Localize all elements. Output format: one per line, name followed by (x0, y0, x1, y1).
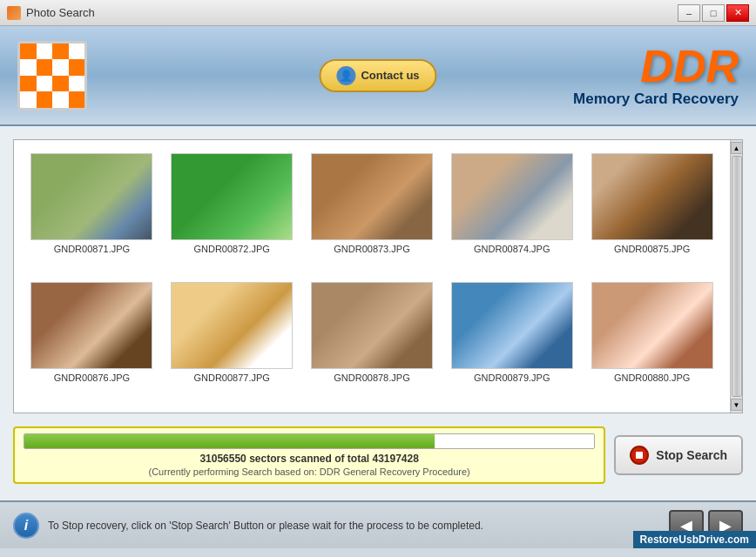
brand-section: DDR Memory Card Recovery (573, 44, 739, 108)
photo-thumb-inner (31, 154, 152, 239)
contact-icon: 👤 (336, 66, 355, 85)
photo-thumb-inner (172, 283, 292, 368)
photo-item-gndr00878[interactable]: GNDR00878.JPG (307, 282, 437, 400)
photo-thumb-gndr00874 (451, 153, 573, 240)
photo-thumb-inner (172, 154, 292, 239)
main-content: GNDR00871.JPGGNDR00872.JPGGNDR00873.JPGG… (0, 126, 756, 500)
photo-item-gndr00871[interactable]: GNDR00871.JPG (27, 153, 157, 272)
title-bar-left: Photo Search (7, 6, 95, 20)
brand-subtitle: Memory Card Recovery (573, 91, 739, 108)
progress-bar-container (24, 433, 595, 449)
photo-thumb-gndr00877 (171, 282, 293, 369)
footer-text: To Stop recovery, click on 'Stop Search'… (48, 520, 483, 532)
maximize-button[interactable]: □ (702, 4, 725, 22)
photo-thumb-gndr00871 (30, 153, 152, 240)
info-icon: i (13, 513, 39, 539)
progress-sectors-text: 31056550 sectors scanned of total 431974… (24, 453, 595, 465)
photo-item-gndr00877[interactable]: GNDR00877.JPG (167, 282, 297, 400)
photo-thumb-gndr00873 (311, 153, 433, 240)
photo-name: GNDR00873.JPG (334, 244, 409, 254)
progress-bar-fill (24, 434, 435, 448)
photo-thumb-inner (452, 283, 572, 368)
scroll-down-button[interactable]: ▼ (731, 399, 743, 411)
stop-search-button[interactable]: Stop Search (614, 435, 743, 475)
photo-thumb-inner (312, 154, 432, 239)
scroll-up-button[interactable]: ▲ (731, 142, 743, 154)
photo-name: GNDR00876.JPG (54, 372, 130, 383)
photo-name: GNDR00874.JPG (474, 244, 550, 254)
photo-thumb-gndr00875 (591, 153, 713, 240)
app-logo (17, 41, 87, 111)
photo-item-gndr00875[interactable]: GNDR00875.JPG (587, 153, 717, 272)
header: 👤 Contact us DDR Memory Card Recovery (0, 26, 756, 126)
photo-thumb-inner (312, 283, 432, 368)
footer: i To Stop recovery, click on 'Stop Searc… (0, 500, 756, 548)
photo-thumb-inner (31, 283, 152, 368)
photo-thumb-gndr00872 (171, 153, 293, 240)
photo-grid: GNDR00871.JPGGNDR00872.JPGGNDR00873.JPGG… (14, 140, 730, 413)
photo-name: GNDR00879.JPG (474, 372, 550, 383)
title-text: Photo Search (26, 6, 95, 19)
progress-info: 31056550 sectors scanned of total 431974… (13, 426, 605, 484)
app-icon (7, 6, 21, 20)
close-button[interactable]: ✕ (726, 4, 749, 22)
progress-area: 31056550 sectors scanned of total 431974… (13, 422, 743, 487)
photo-item-gndr00872[interactable]: GNDR00872.JPG (167, 153, 297, 272)
stop-square (636, 452, 643, 459)
photo-thumb-inner (592, 283, 712, 368)
photo-item-gndr00874[interactable]: GNDR00874.JPG (447, 153, 577, 272)
title-bar: Photo Search – □ ✕ (0, 0, 756, 26)
photo-thumb-inner (592, 154, 712, 239)
photo-thumb-gndr00878 (311, 282, 433, 369)
photo-name: GNDR00880.JPG (614, 372, 690, 383)
stop-icon (630, 446, 649, 465)
brand-ddr: DDR (573, 44, 739, 89)
photo-name: GNDR00871.JPG (54, 244, 130, 254)
photo-item-gndr00879[interactable]: GNDR00879.JPG (447, 282, 577, 400)
progress-procedure-text: (Currently performing Search based on: D… (24, 466, 595, 477)
photo-grid-container: GNDR00871.JPGGNDR00872.JPGGNDR00873.JPGG… (13, 139, 743, 413)
scrollbar[interactable]: ▲ ▼ (730, 140, 742, 413)
photo-thumb-inner (452, 154, 572, 239)
photo-item-gndr00873[interactable]: GNDR00873.JPG (307, 153, 437, 272)
footer-brand: RestoreUsbDrive.com (633, 531, 756, 548)
title-controls[interactable]: – □ ✕ (678, 4, 749, 22)
photo-thumb-gndr00880 (591, 282, 713, 369)
photo-name: GNDR00872.JPG (193, 244, 269, 254)
photo-name: GNDR00878.JPG (334, 372, 409, 383)
photo-name: GNDR00877.JPG (193, 372, 269, 383)
photo-item-gndr00876[interactable]: GNDR00876.JPG (27, 282, 157, 400)
footer-info: i To Stop recovery, click on 'Stop Searc… (13, 513, 483, 539)
minimize-button[interactable]: – (678, 4, 700, 22)
contact-button[interactable]: 👤 Contact us (319, 59, 436, 92)
photo-item-gndr00880[interactable]: GNDR00880.JPG (587, 282, 717, 400)
photo-name: GNDR00875.JPG (614, 244, 690, 254)
photo-thumb-gndr00876 (30, 282, 152, 369)
scroll-thumb[interactable] (732, 156, 742, 397)
photo-thumb-gndr00879 (451, 282, 573, 369)
